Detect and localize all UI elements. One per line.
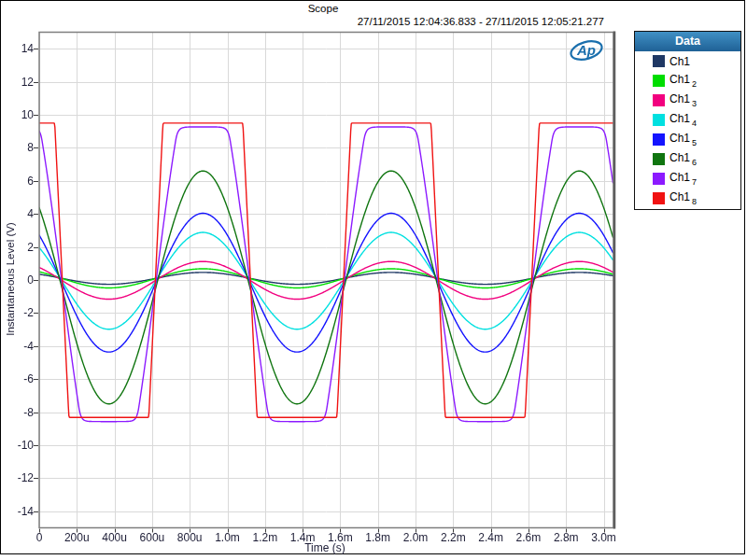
legend-item-label: Ch13 xyxy=(669,92,697,107)
legend-header: Data xyxy=(635,32,740,51)
x-tick-label: 400u xyxy=(102,531,127,544)
legend-item[interactable]: Ch15 xyxy=(635,130,740,149)
y-tick-label: 2 xyxy=(3,241,34,254)
legend-swatch xyxy=(653,75,665,87)
legend-swatch xyxy=(653,94,665,106)
legend-panel: Data Ch1Ch12Ch13Ch14Ch15Ch16Ch17Ch18 xyxy=(634,31,741,210)
x-tick-label: 200u xyxy=(64,531,90,544)
x-tick-label: 1.0m xyxy=(215,531,240,544)
legend-item-label: Ch1 xyxy=(669,55,690,68)
ap-logo-icon: Ap xyxy=(567,37,606,63)
legend-swatch xyxy=(653,153,665,165)
x-tick-label: 2.6m xyxy=(516,531,542,544)
x-tick-label: 1.6m xyxy=(328,531,353,544)
legend-item[interactable]: Ch14 xyxy=(635,110,740,130)
legend-item[interactable]: Ch12 xyxy=(635,71,740,91)
legend-item[interactable]: Ch1 xyxy=(635,51,740,71)
legend-swatch xyxy=(653,192,665,204)
y-tick-label: 8 xyxy=(3,141,34,154)
legend-item[interactable]: Ch18 xyxy=(635,189,740,208)
y-tick-label: 12 xyxy=(3,76,34,89)
legend-item-label: Ch18 xyxy=(669,190,697,205)
legend-items: Ch1Ch12Ch13Ch14Ch15Ch16Ch17Ch18 xyxy=(635,51,740,208)
y-tick-label: -6 xyxy=(3,372,34,385)
x-tick-label: 1.8m xyxy=(365,531,390,544)
legend-swatch xyxy=(653,55,665,67)
scope-window: Scope 27/11/2015 12:04:36.833 - 27/11/20… xyxy=(0,0,745,554)
y-tick-label: -8 xyxy=(3,406,34,419)
x-tick-label: 2.8m xyxy=(554,531,579,544)
y-tick-label: 6 xyxy=(3,175,34,188)
x-axis-label: Time (s) xyxy=(1,541,649,554)
x-tick-label: 800u xyxy=(177,531,203,544)
y-tick-label: 14 xyxy=(3,42,34,55)
y-tick-label: -4 xyxy=(3,340,34,353)
y-tick-label: 4 xyxy=(3,207,34,220)
legend-item[interactable]: Ch13 xyxy=(635,91,740,110)
y-tick-label: -2 xyxy=(3,306,34,319)
x-tick-label: 2.2m xyxy=(441,531,466,544)
y-tick-label: -10 xyxy=(3,439,34,452)
y-tick-label: 10 xyxy=(3,108,34,121)
x-tick-label: 1.2m xyxy=(252,531,277,544)
legend-item[interactable]: Ch16 xyxy=(635,149,740,169)
legend-item-label: Ch12 xyxy=(669,73,697,88)
legend-swatch xyxy=(653,173,665,185)
legend-swatch xyxy=(653,133,665,146)
x-tick-label: 600u xyxy=(140,531,165,544)
x-tick-label: 2.4m xyxy=(478,531,503,544)
x-tick-label: 0 xyxy=(36,531,43,544)
x-tick-label: 3.0m xyxy=(591,531,616,544)
legend-item-label: Ch14 xyxy=(669,112,697,127)
y-tick-label: -12 xyxy=(3,471,34,484)
legend-item-label: Ch15 xyxy=(669,132,697,147)
legend-swatch xyxy=(653,114,665,126)
x-tick-label: 2.0m xyxy=(403,531,429,544)
ap-logo-text: Ap xyxy=(576,42,596,58)
y-tick-label: 0 xyxy=(3,273,34,287)
x-tick-label: 1.4m xyxy=(290,531,316,544)
legend-item[interactable]: Ch17 xyxy=(635,169,740,189)
legend-item-label: Ch17 xyxy=(669,171,697,186)
legend-item-label: Ch16 xyxy=(669,151,697,166)
y-tick-label: -14 xyxy=(3,505,34,518)
